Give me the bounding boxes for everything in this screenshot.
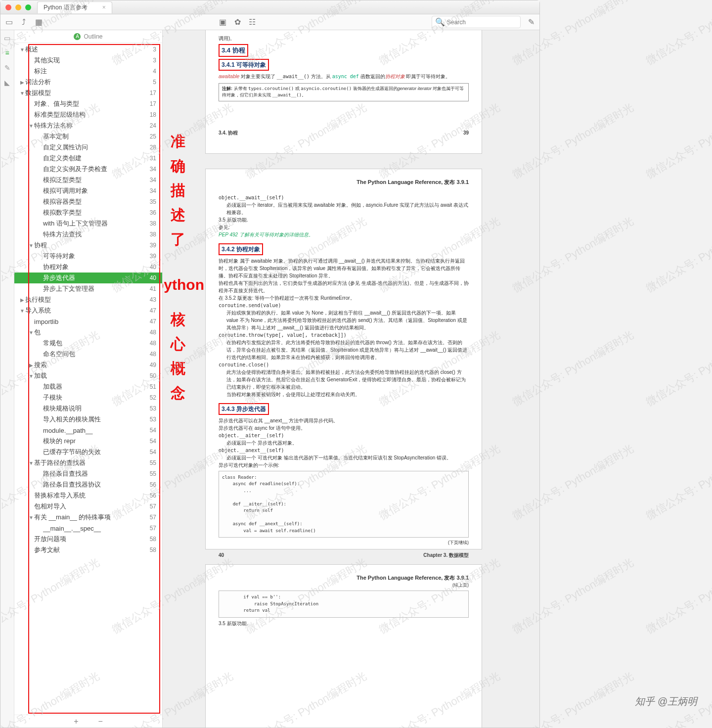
outline-item[interactable]: 包相对导入57 <box>14 501 162 512</box>
outline-item[interactable]: ▼加载50 <box>14 370 162 381</box>
pencil-icon[interactable]: ✎ <box>4 64 10 72</box>
sidebar-toggle-icon[interactable]: ▭ <box>4 18 13 27</box>
outline-item[interactable]: ▼协程39 <box>14 240 162 251</box>
outline-item[interactable]: 模块的 repr54 <box>14 436 162 447</box>
outline-item[interactable]: 开放问题项58 <box>14 534 162 545</box>
outline-item-label: 对象、值与类型 <box>34 99 150 108</box>
outline-item[interactable]: 模拟可调用对象34 <box>14 185 162 196</box>
paragraph: 在 3.5.2 版更改: 等待一个协程超过一次将引发 RuntimeError。 <box>219 294 469 302</box>
outline-item[interactable]: ▼概述3 <box>14 44 162 55</box>
outline-item[interactable]: 自定义属性访问28 <box>14 142 162 153</box>
outline-item[interactable]: 自定义类创建31 <box>14 153 162 164</box>
columns-icon[interactable]: ☷ <box>248 18 257 27</box>
outline-item-page: 34 <box>150 166 156 173</box>
outline-item-page: 25 <box>150 133 156 140</box>
outline-item-label: 加载器 <box>43 382 150 391</box>
outline-item[interactable]: 模块规格说明53 <box>14 403 162 414</box>
credit-text: 知乎 @王炳明 <box>635 695 697 708</box>
outline-item-page: 18 <box>150 111 156 118</box>
settings-icon[interactable]: ✿ <box>233 18 242 27</box>
outline-item[interactable]: 标准类型层级结构18 <box>14 109 162 120</box>
outline-item-label: module.__path__ <box>43 427 150 434</box>
outline-item[interactable]: 协程对象40 <box>14 262 162 273</box>
zoom-window-button[interactable] <box>25 4 31 10</box>
outline-item[interactable]: 其他实现3 <box>14 55 162 66</box>
paragraph: 异步迭代器可在 async for 语句中使用。 <box>219 424 469 432</box>
signature: coroutine.send(value) <box>219 302 469 309</box>
outline-item[interactable]: ▼基于路径的查找器55 <box>14 457 162 468</box>
outline-item-page: 17 <box>150 90 156 96</box>
close-window-button[interactable] <box>5 4 11 10</box>
outline-item[interactable]: 已缓存字节码的失效54 <box>14 447 162 457</box>
signature: coroutine.close() <box>219 361 469 368</box>
outline-item[interactable]: ▶执行模型43 <box>14 294 162 305</box>
outline-item[interactable]: ▼数据模型17 <box>14 88 162 98</box>
outline-item[interactable]: ▶搜索49 <box>14 360 162 370</box>
outline-item-label: 导入系统 <box>25 306 150 315</box>
outline-item[interactable]: 特殊方法查找38 <box>14 229 162 240</box>
outline-item-page: 3 <box>153 57 156 64</box>
document-viewport[interactable]: 调用)。 3.4 协程 3.4.1 可等待对象 awaitable 对象主要实现… <box>163 30 539 728</box>
search-field[interactable]: 🔍 <box>432 16 521 28</box>
outline-item-page: 47 <box>150 318 156 325</box>
outline-item[interactable]: ▼特殊方法名称24 <box>14 120 162 131</box>
outline-item[interactable]: 模拟容器类型35 <box>14 196 162 207</box>
window-controls <box>5 4 31 10</box>
outline-item[interactable]: 路径条目查找器55 <box>14 468 162 479</box>
code-block: class Reader: async def readline(self): … <box>219 471 469 538</box>
outline-item[interactable]: ▼有关 __main__ 的特殊事项57 <box>14 512 162 523</box>
add-icon[interactable]: + <box>74 717 78 726</box>
outline-item-page: 39 <box>150 242 156 249</box>
outline-item[interactable]: 模拟数字类型36 <box>14 207 162 218</box>
outline-item-page: 49 <box>150 362 156 368</box>
outline-item[interactable]: 导入相关的模块属性53 <box>14 414 162 425</box>
share-icon[interactable]: ⤴ <box>19 18 28 27</box>
outline-item-page: 47 <box>150 307 156 314</box>
outline-item[interactable]: with 语句上下文管理器38 <box>14 218 162 229</box>
outline-item[interactable]: 基本定制25 <box>14 131 162 142</box>
outline-item[interactable]: ▼包48 <box>14 327 162 338</box>
outline-item-page: 48 <box>150 329 156 336</box>
outline-item[interactable]: 参考文献58 <box>14 545 162 555</box>
outline-item[interactable]: ▶词法分析5 <box>14 77 162 88</box>
outline-item-page: 28 <box>150 144 156 151</box>
document-tab[interactable]: Python 语言参考 × <box>37 1 112 13</box>
close-tab-icon[interactable]: × <box>102 4 106 11</box>
outline-item[interactable]: 替换标准导入系统56 <box>14 490 162 501</box>
outline-item[interactable]: 异步上下文管理器41 <box>14 283 162 294</box>
outline-item[interactable]: module.__path__54 <box>14 425 162 436</box>
outline-item[interactable]: 可等待对象39 <box>14 251 162 262</box>
outline-item[interactable]: __main__.__spec__57 <box>14 523 162 534</box>
bookmark-icon[interactable]: ◣ <box>4 79 10 87</box>
grid-icon[interactable]: ▦ <box>34 18 43 27</box>
outline-item[interactable]: 子模块52 <box>14 392 162 403</box>
heading-3-4: 3.4 协程 <box>219 44 469 57</box>
outline-item[interactable]: 标注4 <box>14 66 162 77</box>
outline-item[interactable]: 自定义实例及子类检查34 <box>14 164 162 175</box>
outline-item[interactable]: 模拟泛型类型34 <box>14 175 162 185</box>
outline-item-label: 基本定制 <box>43 132 150 141</box>
outline-item[interactable]: 路径条目查找器协议56 <box>14 479 162 490</box>
outline-item[interactable]: 命名空间包48 <box>14 349 162 360</box>
outline-item[interactable]: 常规包48 <box>14 338 162 349</box>
outline-item[interactable]: importlib47 <box>14 316 162 327</box>
search-input[interactable] <box>447 19 517 26</box>
edit-icon[interactable]: ✎ <box>527 18 535 27</box>
outline-item[interactable]: 加载器51 <box>14 381 162 392</box>
minimize-window-button[interactable] <box>15 4 21 10</box>
remove-icon[interactable]: − <box>98 717 103 726</box>
watermark: 微信公众号: Python编程时光 <box>643 100 712 182</box>
outline-item[interactable]: ▼导入系统47 <box>14 305 162 316</box>
outline-item[interactable]: 对象、值与类型17 <box>14 98 162 109</box>
view-mode-icon[interactable]: ▣ <box>218 18 227 27</box>
outline-item-label: 自定义实例及子类检查 <box>43 165 150 174</box>
watermark: 微信公众号: Python编程时光 <box>643 327 712 409</box>
page-icon[interactable]: ▭ <box>4 34 10 42</box>
chevron-icon: ▼ <box>28 515 34 520</box>
outline-tree[interactable]: ▼概述3其他实现3标注4▶词法分析5▼数据模型17对象、值与类型17标准类型层级… <box>14 43 162 715</box>
outline-item[interactable]: 异步迭代器40 <box>14 273 162 283</box>
list-icon[interactable]: ≡ <box>5 49 9 57</box>
outline-item-page: 50 <box>150 372 156 379</box>
outline-item-page: 53 <box>150 405 156 412</box>
outline-item-label: 常规包 <box>43 339 150 348</box>
